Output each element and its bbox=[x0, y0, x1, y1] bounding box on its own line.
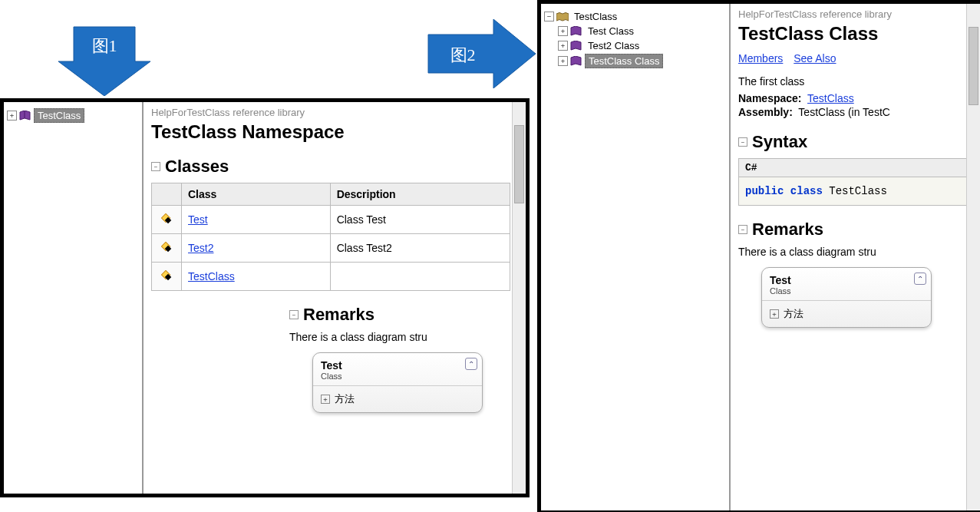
class-link[interactable]: Test2 bbox=[188, 242, 213, 254]
table-row: Test2 Class Test2 bbox=[152, 234, 510, 263]
tree-child-label[interactable]: Test2 Class bbox=[585, 39, 642, 52]
content-pane: HelpForTestClass reference library TestC… bbox=[731, 4, 980, 510]
see-also-link[interactable]: See Also bbox=[794, 52, 836, 64]
diagram-subtitle: Class bbox=[321, 372, 474, 381]
open-book-icon bbox=[556, 12, 569, 21]
content-pane: HelpForTestClass reference library TestC… bbox=[144, 102, 526, 494]
collapse-icon[interactable]: − bbox=[151, 162, 160, 171]
tree-pane: + TestClass bbox=[4, 102, 144, 494]
links-row: Members See Also bbox=[738, 52, 972, 64]
syntax-box: C# public class TestClass bbox=[738, 158, 972, 206]
expand-icon[interactable]: + bbox=[558, 26, 568, 36]
class-icon bbox=[161, 242, 172, 253]
syntax-tab[interactable]: C# bbox=[739, 159, 972, 177]
tree-node-child[interactable]: + Test Class bbox=[544, 25, 726, 38]
chevron-up-icon[interactable]: ⌃ bbox=[465, 358, 477, 370]
page-title: TestClass Class bbox=[738, 23, 972, 45]
expand-icon[interactable]: + bbox=[558, 56, 568, 66]
namespace-row: Namespace: TestClass bbox=[738, 92, 972, 104]
arrow-right-icon bbox=[421, 19, 536, 88]
arrow-callout-2: 图2 bbox=[421, 19, 536, 88]
members-link[interactable]: Members bbox=[738, 52, 783, 64]
section-header-remarks[interactable]: − Remarks bbox=[289, 305, 518, 325]
class-diagram-box[interactable]: Test Class ⌃ + 方法 bbox=[312, 352, 483, 413]
collapse-icon[interactable]: − bbox=[289, 310, 299, 319]
tree-node-child[interactable]: + Test2 Class bbox=[544, 39, 726, 52]
namespace-label: Namespace: bbox=[738, 92, 802, 104]
syntax-typename: TestClass bbox=[829, 185, 887, 197]
book-icon bbox=[570, 56, 582, 66]
section-title-syntax: Syntax bbox=[752, 132, 807, 152]
tree-root-label[interactable]: TestClass bbox=[571, 10, 620, 23]
arrow-callout-1: 图1 bbox=[58, 19, 150, 96]
section-title-remarks: Remarks bbox=[303, 305, 375, 325]
diagram-title: Test bbox=[321, 359, 474, 372]
tree-root-label[interactable]: TestClass bbox=[34, 108, 84, 123]
table-row: TestClass bbox=[152, 263, 510, 291]
class-link[interactable]: TestClass bbox=[188, 270, 235, 282]
panel-figure-1: + TestClass HelpForTestClass reference l… bbox=[0, 98, 530, 497]
section-header-syntax[interactable]: − Syntax bbox=[738, 132, 972, 152]
summary-text: The first class bbox=[738, 75, 972, 88]
expand-icon[interactable]: + bbox=[321, 395, 330, 404]
section-title-classes: Classes bbox=[165, 157, 229, 177]
syntax-keyword: public bbox=[745, 185, 784, 197]
expand-icon[interactable]: + bbox=[770, 309, 779, 319]
section-header-classes[interactable]: − Classes bbox=[151, 157, 518, 177]
tree-child-label[interactable]: Test Class bbox=[585, 25, 637, 38]
breadcrumb: HelpForTestClass reference library bbox=[151, 107, 518, 118]
syntax-code: public class TestClass bbox=[739, 177, 972, 205]
section-title-remarks: Remarks bbox=[752, 220, 823, 239]
panel-figure-2: − TestClass + Test Class + Test2 Class +… bbox=[537, 0, 980, 512]
tree-node-child[interactable]: + TestClass Class bbox=[544, 54, 726, 68]
diagram-methods-label: 方法 bbox=[784, 307, 803, 321]
page-title: TestClass Namespace bbox=[151, 121, 518, 143]
diagram-title: Test bbox=[770, 274, 923, 286]
chevron-up-icon[interactable]: ⌃ bbox=[914, 273, 926, 285]
diagram-subtitle: Class bbox=[770, 286, 923, 296]
scrollbar[interactable] bbox=[512, 102, 526, 494]
remarks-text: There is a class diagram stru bbox=[289, 331, 518, 343]
breadcrumb: HelpForTestClass reference library bbox=[738, 8, 972, 20]
tree-pane: − TestClass + Test Class + Test2 Class +… bbox=[541, 4, 731, 510]
scrollbar-thumb[interactable] bbox=[514, 125, 524, 203]
table-row: Test Class Test bbox=[152, 206, 510, 234]
tree-node-root[interactable]: + TestClass bbox=[7, 108, 139, 123]
collapse-icon[interactable]: − bbox=[738, 137, 747, 147]
section-header-remarks[interactable]: − Remarks bbox=[738, 220, 972, 239]
namespace-link[interactable]: TestClass bbox=[807, 92, 854, 104]
scrollbar[interactable] bbox=[966, 4, 980, 510]
class-desc: Class Test bbox=[330, 206, 510, 234]
collapse-icon[interactable]: − bbox=[738, 225, 747, 234]
tree-child-label[interactable]: TestClass Class bbox=[585, 54, 663, 68]
syntax-keyword: class bbox=[790, 185, 823, 197]
expand-icon[interactable]: + bbox=[7, 111, 17, 121]
classes-table: Class Description Test Class Test Test2 … bbox=[151, 183, 510, 291]
class-desc bbox=[330, 263, 510, 291]
assembly-value: TestClass (in TestC bbox=[798, 106, 890, 118]
book-icon bbox=[19, 111, 31, 121]
assembly-row: Assembly: TestClass (in TestC bbox=[738, 106, 972, 118]
book-icon bbox=[570, 26, 582, 36]
table-header-row: Class Description bbox=[152, 183, 510, 206]
class-diagram-box[interactable]: Test Class ⌃ + 方法 bbox=[761, 267, 932, 328]
class-desc: Class Test2 bbox=[330, 234, 510, 263]
expand-icon[interactable]: + bbox=[558, 41, 568, 51]
book-icon bbox=[570, 41, 582, 51]
col-header-description: Description bbox=[330, 183, 510, 206]
class-link[interactable]: Test bbox=[188, 213, 208, 226]
col-header-class: Class bbox=[182, 183, 331, 206]
diagram-methods-label: 方法 bbox=[335, 392, 355, 406]
assembly-label: Assembly: bbox=[738, 106, 793, 118]
scrollbar-thumb[interactable] bbox=[968, 27, 978, 105]
remarks-text: There is a class diagram stru bbox=[738, 246, 972, 258]
class-icon bbox=[161, 213, 172, 224]
class-icon bbox=[161, 270, 172, 281]
arrow-down-icon bbox=[58, 19, 150, 96]
tree-node-root[interactable]: − TestClass bbox=[544, 10, 726, 23]
collapse-icon[interactable]: − bbox=[544, 12, 554, 21]
